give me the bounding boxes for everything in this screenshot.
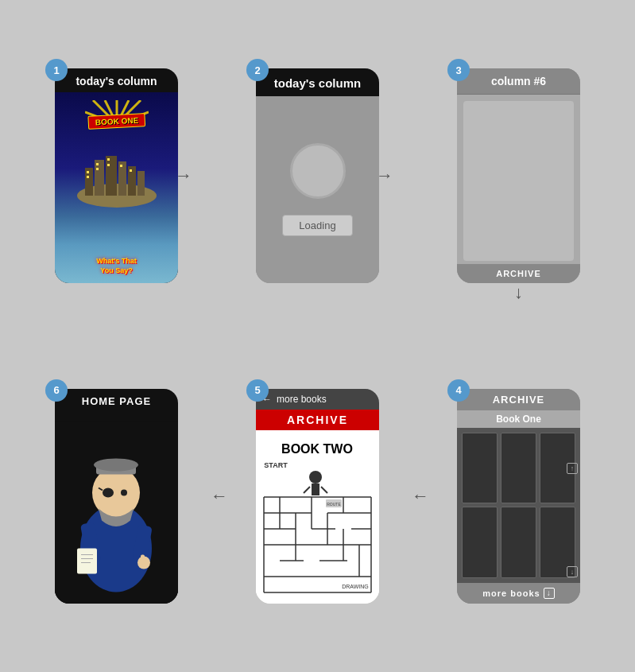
phone-4[interactable]: ARCHIVE Book One ↑	[457, 389, 580, 604]
phone4-header: ARCHIVE	[457, 389, 580, 410]
phone3-header: column #6	[457, 68, 580, 95]
svg-text:ROUTE: ROUTE	[327, 502, 341, 507]
badge-5: 5	[246, 379, 269, 402]
svg-text:BOOK TWO: BOOK TWO	[281, 442, 353, 456]
svg-rect-13	[137, 171, 145, 196]
badge-6: 6	[45, 379, 68, 402]
svg-rect-18	[107, 158, 110, 161]
phone3-body: ARCHIVE	[457, 95, 580, 283]
scroll-arrows-2: ↓	[567, 566, 578, 577]
phone4-grid: ↑ ↓	[457, 428, 580, 583]
phone2-body: Loading	[256, 96, 379, 283]
book-subtitle: What's ThatYou Say?	[96, 257, 137, 275]
svg-rect-20	[120, 165, 122, 167]
phone-6[interactable]: HOME PAGE	[55, 389, 178, 604]
grid-cell-6[interactable]: ↓	[540, 507, 575, 578]
svg-text:DRAWING: DRAWING	[342, 584, 369, 589]
phone6-image	[55, 414, 178, 604]
loading-circle	[290, 143, 346, 199]
more-books-label: more books	[277, 394, 327, 405]
more-books-label-4: more books	[482, 588, 540, 598]
phone-1[interactable]: today's column	[55, 68, 178, 283]
phone4-footer[interactable]: more books ↓	[457, 583, 580, 604]
svg-rect-16	[96, 163, 99, 165]
svg-rect-43	[312, 484, 319, 495]
arrow-down-3-4: ↓	[514, 282, 523, 303]
phone1-header: today's column	[55, 68, 178, 92]
scroll-up-icon[interactable]: ↑	[567, 463, 578, 474]
svg-point-26	[94, 458, 138, 471]
svg-rect-19	[107, 164, 110, 166]
svg-rect-17	[96, 168, 99, 170]
phone5-nav[interactable]: ← more books	[256, 389, 379, 410]
svg-rect-21	[130, 169, 132, 172]
grid-cell-1[interactable]	[462, 433, 498, 504]
phone3-footer[interactable]: ARCHIVE	[457, 264, 580, 283]
phone3-content	[463, 101, 574, 261]
phone1-image: BOOK ONE What's ThatYou Say?	[55, 92, 178, 283]
scroll-arrows: ↑	[567, 463, 578, 474]
svg-point-42	[309, 471, 322, 484]
phone-2[interactable]: today's column Loading	[256, 68, 379, 283]
arrow-left-5-6: ←	[211, 486, 228, 507]
svg-rect-15	[87, 176, 89, 178]
loading-bar: Loading	[282, 215, 352, 236]
grid-cell-4[interactable]	[462, 507, 498, 578]
phone2-header: today's column	[256, 68, 379, 96]
phone-5[interactable]: ← more books ARCHIVE BOOK TWO	[256, 389, 379, 604]
svg-text:START: START	[264, 461, 288, 469]
svg-rect-10	[106, 156, 117, 196]
svg-rect-9	[95, 160, 104, 196]
more-books-arrow: ↓	[544, 588, 555, 599]
svg-rect-38	[141, 554, 145, 564]
grid-cell-3[interactable]: ↑	[540, 433, 575, 504]
grid-cell-5[interactable]	[501, 507, 536, 578]
phone5-image: BOOK TWO START	[256, 430, 379, 604]
phone4-subheader: Book One	[457, 410, 580, 428]
svg-rect-14	[87, 171, 89, 173]
svg-point-28	[121, 489, 127, 495]
arrow-right-1-2: →	[175, 165, 192, 186]
scroll-down-icon[interactable]: ↓	[567, 566, 578, 577]
badge-4: 4	[447, 379, 470, 402]
arrow-right-2-3: →	[376, 165, 393, 186]
phone6-header: HOME PAGE	[55, 389, 178, 414]
arrow-left-4-5: ←	[412, 486, 429, 507]
svg-rect-33	[77, 548, 97, 573]
svg-point-29	[103, 487, 114, 497]
grid-cell-2[interactable]	[501, 433, 536, 504]
phone-3[interactable]: column #6 ARCHIVE	[457, 68, 580, 283]
phone5-archive-label[interactable]: ARCHIVE	[256, 410, 379, 430]
